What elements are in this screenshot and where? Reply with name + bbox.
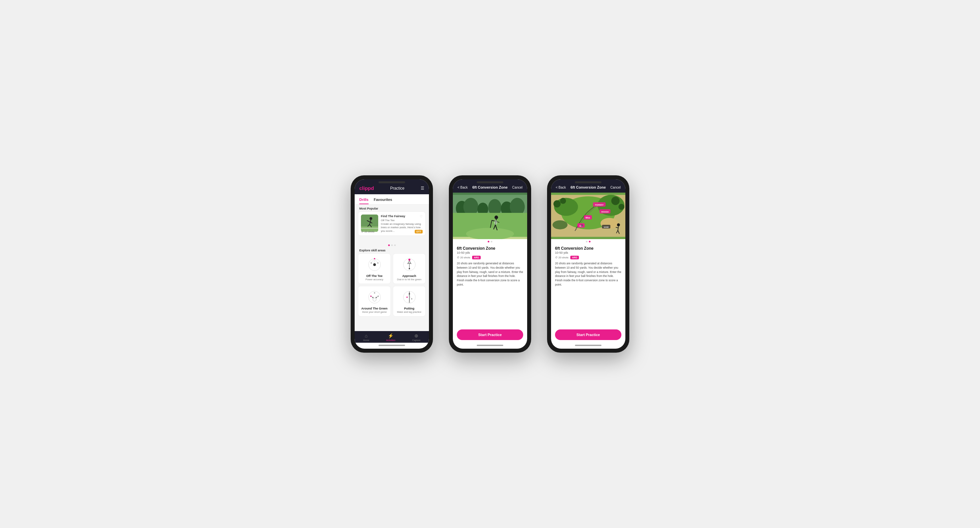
svg-point-17 xyxy=(408,259,410,261)
drill-shots: ⏱ 10 shots xyxy=(361,230,374,233)
bottom-nav: ⌂ Home ⚡ Activities ⊕ Capture xyxy=(355,331,429,343)
drill-tag-2: ARG xyxy=(472,256,481,259)
home-bar-3 xyxy=(575,345,601,346)
nav-capture[interactable]: ⊕ Capture xyxy=(412,333,421,341)
svg-point-2 xyxy=(369,217,372,220)
skill-approach-desc: Dial-in to hit the green xyxy=(397,278,421,281)
skill-off-the-tee[interactable]: Off The Tee Power accuracy xyxy=(358,254,391,284)
phone-notch-3 xyxy=(575,181,601,183)
skill-putting-desc: Make and lag practice xyxy=(397,311,421,313)
svg-text:SAND: SAND xyxy=(604,226,609,228)
home-icon: ⌂ xyxy=(365,333,368,338)
nav-activities[interactable]: ⚡ Activities xyxy=(386,333,395,341)
nav-home[interactable]: ⌂ Home xyxy=(363,333,369,341)
phone-1: clippd Practice ☰ Drills Favourites Most… xyxy=(351,175,433,353)
drill-name: Find The Fairway xyxy=(381,215,423,219)
svg-point-13 xyxy=(374,258,375,259)
dot-2 xyxy=(391,244,393,246)
svg-text:FAIRWAY: FAIRWAY xyxy=(595,204,603,206)
detail-title-2: 6ft Conversion Zone xyxy=(473,185,508,189)
drill-tag: OTT xyxy=(415,230,423,233)
tab-drills[interactable]: Drills xyxy=(359,196,369,204)
skill-ott-desc: Power accuracy xyxy=(366,278,383,281)
shots-label-2: ⏱ 20 shots xyxy=(457,256,470,259)
skill-icon-area-atg xyxy=(366,289,383,306)
capture-icon: ⊕ xyxy=(414,333,418,338)
svg-point-58 xyxy=(554,200,561,207)
home-bar xyxy=(379,345,405,346)
detail-dot-1 xyxy=(488,241,489,242)
svg-point-51 xyxy=(494,220,497,225)
dot-3 xyxy=(394,244,396,246)
svg-point-61 xyxy=(618,204,624,210)
svg-point-28 xyxy=(375,297,377,298)
svg-point-21 xyxy=(373,298,376,301)
skill-putting[interactable]: Putting Make and lag practice xyxy=(393,286,426,316)
svg-point-12 xyxy=(373,263,376,266)
drill-map: Hit Miss FAIRWAY ROUGH SAND xyxy=(551,193,625,239)
detail-content-2: 6ft Conversion Zone 10-50 yds ⏱ 20 shots… xyxy=(453,243,527,327)
detail-dot-2 xyxy=(491,241,492,242)
detail-dots-2 xyxy=(453,239,527,243)
svg-text:Miss: Miss xyxy=(585,217,590,219)
drill-subtitle: Off The Tee xyxy=(381,219,423,222)
detail-content-3: 6ft Conversion Zone 10-50 yds ⏱ 20 shots… xyxy=(551,243,625,327)
tabs-bar: Drills Favourites xyxy=(355,194,429,204)
svg-point-59 xyxy=(560,198,566,204)
svg-point-60 xyxy=(611,196,620,205)
dot-1 xyxy=(388,244,390,246)
skill-icon-area-approach xyxy=(401,256,418,273)
approach-icon xyxy=(401,256,418,273)
activities-icon: ⚡ xyxy=(388,333,393,338)
screen1-content: Most Popular xyxy=(355,204,429,331)
skill-grid: Off The Tee Power accuracy xyxy=(355,254,429,319)
drill-tag-3: ARG xyxy=(570,256,579,259)
back-button-2[interactable]: < Back xyxy=(458,186,468,189)
skill-approach[interactable]: Approach Dial-in to hit the green xyxy=(393,254,426,284)
ott-icon xyxy=(366,256,383,273)
svg-point-19 xyxy=(409,268,410,269)
tab-favourites[interactable]: Favourites xyxy=(374,196,393,204)
explore-label: Explore skill areas xyxy=(355,247,429,254)
phone-notch-2 xyxy=(477,181,503,183)
detail-range-2: 10-50 yds xyxy=(457,251,523,254)
phone-2: < Back 6ft Conversion Zone Cancel xyxy=(449,175,531,353)
start-practice-button-3[interactable]: Start Practice xyxy=(555,329,621,340)
svg-line-26 xyxy=(371,296,373,298)
atg-icon xyxy=(366,289,383,306)
back-button-3[interactable]: < Back xyxy=(556,186,566,189)
skill-around-the-green[interactable]: Around The Green Hone your short game xyxy=(358,286,391,316)
detail-description-2: 20 shots are randomly generated at dista… xyxy=(457,262,523,287)
skill-atg-name: Around The Green xyxy=(361,307,388,310)
featured-drill-card[interactable]: Find The Fairway Off The Tee Create an i… xyxy=(358,212,426,236)
svg-point-14 xyxy=(377,262,379,264)
skill-atg-desc: Hone your short game xyxy=(362,311,387,313)
phone-3: < Back 6ft Conversion Zone Cancel xyxy=(547,175,629,353)
detail-range-3: 10-50 yds xyxy=(555,251,621,254)
favourite-icon[interactable]: ♡ xyxy=(420,215,423,218)
app-logo: clippd xyxy=(359,185,374,191)
cancel-button-2[interactable]: Cancel xyxy=(512,186,522,189)
hamburger-icon[interactable]: ☰ xyxy=(421,186,424,191)
detail-drill-name-2: 6ft Conversion Zone xyxy=(457,246,523,251)
nav-capture-label: Capture xyxy=(412,339,421,341)
carousel-dots xyxy=(355,243,429,247)
svg-point-57 xyxy=(553,220,568,230)
drill-card-footer: ⏱ 10 shots OTT xyxy=(361,228,423,233)
svg-text:ROUGH: ROUGH xyxy=(601,211,609,213)
shots-label-3: ⏱ 20 shots xyxy=(555,256,568,259)
skill-putting-name: Putting xyxy=(404,307,414,310)
detail-meta-2: ⏱ 20 shots ARG xyxy=(457,256,523,259)
svg-point-44 xyxy=(495,215,498,219)
cancel-button-3[interactable]: Cancel xyxy=(611,186,621,189)
start-practice-button-2[interactable]: Start Practice xyxy=(457,329,523,340)
skill-ott-name: Off The Tee xyxy=(366,274,382,278)
detail-title-3: 6ft Conversion Zone xyxy=(571,185,606,189)
detail-dots-3 xyxy=(551,239,625,243)
svg-point-72 xyxy=(617,223,620,227)
detail-drill-name-3: 6ft Conversion Zone xyxy=(555,246,621,251)
svg-point-15 xyxy=(371,262,372,264)
svg-point-78 xyxy=(582,225,582,226)
skill-approach-name: Approach xyxy=(402,274,416,278)
nav-activities-label: Activities xyxy=(386,339,395,341)
